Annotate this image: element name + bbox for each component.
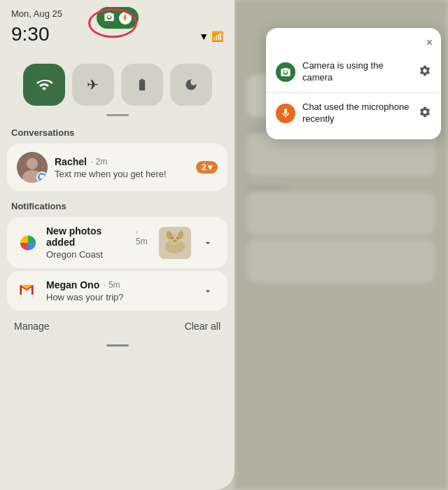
popup-mic-text: Chat used the microphone recently bbox=[302, 102, 412, 125]
popup-mic-icon bbox=[276, 104, 295, 123]
bottom-actions: Manage Clear all bbox=[0, 314, 234, 339]
airplane-tile[interactable]: ✈ bbox=[72, 64, 114, 106]
photos-expand-button[interactable] bbox=[198, 233, 218, 253]
popup-close-button[interactable]: × bbox=[426, 36, 433, 49]
clear-all-button[interactable]: Clear all bbox=[185, 321, 220, 332]
drag-handle bbox=[106, 114, 129, 116]
gmail-icon bbox=[17, 280, 39, 302]
popup-camera-icon bbox=[276, 62, 295, 82]
photos-content: New photos added · 5m Oregon Coast bbox=[46, 225, 152, 260]
popup-camera-settings-icon[interactable] bbox=[419, 64, 431, 80]
mic-indicator-icon bbox=[119, 12, 132, 24]
battery-tile[interactable] bbox=[121, 64, 163, 106]
rachel-content: Rachel · 2m Text me when you get here! bbox=[55, 156, 189, 179]
gmail-body: How was your trip? bbox=[46, 292, 191, 302]
popup-camera-text: Camera is using the camera bbox=[302, 60, 412, 84]
signal-icon: 📶 bbox=[211, 31, 223, 42]
gmail-content: Megan Ono · 5m How was your trip? bbox=[46, 279, 191, 302]
popup-header: × bbox=[266, 36, 441, 55]
wifi-tile[interactable] bbox=[23, 64, 65, 106]
moon-tile[interactable] bbox=[170, 64, 212, 106]
conversation-rachel[interactable]: Rachel · 2m Text me when you get here! 2… bbox=[7, 144, 227, 191]
popup-mic-settings-icon[interactable] bbox=[419, 106, 431, 121]
wifi-status-icon: ▼ bbox=[199, 31, 209, 42]
rachel-body: Text me when you get here! bbox=[55, 169, 189, 179]
svg-point-8 bbox=[173, 239, 177, 242]
rachel-badge[interactable]: 2 ▾ bbox=[196, 161, 218, 174]
gmail-time: · 5m bbox=[104, 280, 120, 290]
chevron-down-icon: ▾ bbox=[208, 162, 212, 172]
media-access-popup: × Camera is using the camera Chat used t… bbox=[266, 28, 441, 139]
bottom-handle bbox=[106, 344, 129, 346]
rachel-time: · 2m bbox=[91, 157, 107, 167]
quick-settings: ✈ bbox=[0, 58, 234, 111]
conversations-label: Conversations bbox=[0, 122, 234, 141]
popup-camera-item: Camera is using the camera bbox=[266, 55, 441, 90]
photos-body: Oregon Coast bbox=[46, 249, 152, 260]
photos-time: · 5m bbox=[136, 227, 152, 246]
svg-point-1 bbox=[27, 158, 38, 169]
notifications-label: Notifications bbox=[0, 195, 234, 214]
status-icons: ▼ 📶 bbox=[199, 31, 223, 42]
messages-badge bbox=[36, 172, 48, 183]
photo-thumbnail bbox=[159, 227, 191, 259]
media-indicator-bar bbox=[97, 7, 139, 29]
notification-gmail[interactable]: Megan Ono · 5m How was your trip? bbox=[7, 271, 227, 311]
indicator-pill[interactable] bbox=[97, 7, 139, 29]
popup-divider bbox=[266, 92, 441, 93]
notification-photos[interactable]: New photos added · 5m Oregon Coast bbox=[7, 217, 227, 268]
gmail-title: Megan Ono · 5m bbox=[46, 279, 191, 290]
rachel-avatar bbox=[17, 152, 48, 183]
gmail-expand-button[interactable] bbox=[198, 281, 218, 301]
google-photos-icon bbox=[17, 232, 39, 254]
notification-shade: Mon, Aug 25 9:30 ▼ 📶 bbox=[0, 0, 234, 490]
photos-title: New photos added · 5m bbox=[46, 225, 152, 248]
rachel-title: Rachel · 2m bbox=[55, 156, 189, 167]
popup-mic-item: Chat used the microphone recently bbox=[266, 96, 441, 131]
manage-button[interactable]: Manage bbox=[14, 321, 50, 332]
airplane-icon: ✈ bbox=[87, 76, 99, 93]
status-date: Mon, Aug 25 bbox=[11, 8, 62, 19]
camera-indicator-icon bbox=[104, 11, 115, 24]
